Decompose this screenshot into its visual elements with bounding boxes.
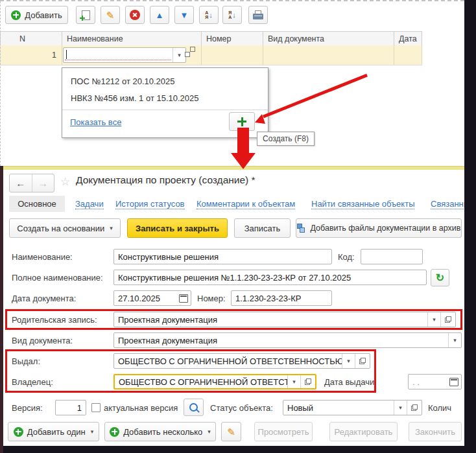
tab-comments[interactable]: Комментарии к объектам bbox=[196, 199, 295, 209]
printer-icon bbox=[253, 14, 263, 19]
chevron-down-icon: ▾ bbox=[91, 428, 94, 435]
edit-pencil-button[interactable]: ✎ bbox=[221, 422, 241, 441]
chevron-down-icon[interactable]: ▾ bbox=[394, 401, 407, 415]
sort-asc-button[interactable]: АЯ ↓ bbox=[199, 6, 219, 24]
forward-button[interactable]: → bbox=[32, 174, 54, 192]
suggestion-item[interactable]: ПОС №1212 от 20.10.2025 bbox=[62, 73, 268, 89]
print-button[interactable] bbox=[248, 6, 268, 24]
number-label: Номер: bbox=[197, 294, 226, 303]
move-down-button[interactable]: ▼ bbox=[174, 6, 194, 24]
back-button[interactable]: ← bbox=[10, 174, 32, 192]
chevron-down-icon[interactable]: ▾ bbox=[342, 354, 355, 368]
show-all-link[interactable]: Показать все bbox=[70, 117, 121, 127]
sort-desc-button[interactable]: ЯА ↓ bbox=[222, 6, 242, 24]
tab-find-related[interactable]: Найти связанные объекты bbox=[311, 199, 414, 209]
col-date: Дата bbox=[394, 32, 422, 46]
open-value-icon[interactable] bbox=[407, 401, 422, 415]
actual-version-checkbox[interactable] bbox=[91, 403, 101, 412]
cell-number bbox=[202, 45, 263, 65]
owner-combobox[interactable]: ОБЩЕСТВО С ОГРАНИЧЕННОЙ ОТВЕТСТВЕ ▾ bbox=[113, 374, 316, 389]
tab-status-history[interactable]: История статусов bbox=[115, 199, 185, 209]
favorite-star-icon[interactable]: ☆ bbox=[60, 176, 70, 187]
edit-row-button[interactable]: ✎ bbox=[101, 6, 120, 24]
add-row-label: Добавить bbox=[25, 10, 62, 20]
version-field[interactable]: 1 bbox=[55, 400, 86, 415]
frame-bottom-border bbox=[0, 446, 476, 453]
name-label: Наименование: bbox=[12, 252, 73, 262]
cell-n: 1 bbox=[1, 45, 62, 65]
code-label: Код: bbox=[338, 252, 355, 262]
open-value-icon[interactable] bbox=[441, 312, 455, 327]
screenshot-root: Добавить ✎ ▲ ▼ АЯ ↓ ЯА ↓ bbox=[0, 0, 476, 453]
version-label: Версия: bbox=[12, 403, 43, 413]
name-field[interactable]: Конструктивные решения bbox=[113, 249, 332, 264]
plus-circle-icon bbox=[14, 427, 23, 437]
status-combobox[interactable]: Новый ▾ bbox=[283, 400, 422, 415]
col-kind: Вид документа bbox=[263, 32, 394, 46]
row-name-combobox[interactable]: ▾ bbox=[63, 47, 186, 63]
calendar-icon[interactable] bbox=[447, 375, 461, 389]
section-divider bbox=[0, 166, 465, 170]
status-label: Статус объекта: bbox=[210, 403, 273, 413]
parent-label: Родительская запись: bbox=[12, 315, 97, 325]
add-one-button[interactable]: Добавить один ▾ bbox=[8, 422, 99, 441]
full-name-label: Полное наименование: bbox=[12, 273, 103, 283]
move-up-button[interactable]: ▲ bbox=[150, 6, 169, 24]
chevron-down-icon[interactable]: ▾ bbox=[173, 48, 185, 62]
sort-desc-icon: ЯА ↓ bbox=[228, 10, 236, 19]
issue-date-label: Дата выдачи: bbox=[324, 377, 377, 387]
owner-label: Владелец: bbox=[12, 377, 53, 387]
add-many-button[interactable]: Добавить несколько ▾ bbox=[104, 422, 216, 441]
issue-date-field[interactable]: . . bbox=[408, 374, 462, 389]
add-row-button[interactable]: Добавить bbox=[5, 6, 68, 24]
chevron-down-icon[interactable]: ▾ bbox=[288, 375, 300, 388]
delete-cross-icon bbox=[130, 10, 140, 20]
open-value-icon[interactable] bbox=[355, 354, 370, 368]
row-name-input[interactable] bbox=[65, 49, 171, 60]
plus-circle-icon bbox=[11, 10, 21, 20]
chevron-down-icon[interactable]: ▾ bbox=[428, 312, 440, 327]
create-tooltip: Создать (F8) bbox=[257, 132, 315, 146]
col-n: N bbox=[1, 32, 62, 46]
doc-kind-combobox[interactable]: Проектная документация ▾ bbox=[113, 332, 462, 348]
delete-row-button[interactable] bbox=[125, 6, 145, 24]
edit-button[interactable]: Редактировать bbox=[329, 422, 398, 441]
page-title: Документация по проекту (создание) * bbox=[76, 174, 256, 186]
code-field[interactable] bbox=[361, 249, 423, 264]
tab-tasks[interactable]: Задачи bbox=[75, 199, 104, 209]
copy-document-icon bbox=[82, 10, 90, 20]
refresh-icon: ↻ bbox=[436, 273, 444, 283]
chevron-down-icon[interactable]: ▾ bbox=[449, 333, 461, 347]
create-new-button[interactable] bbox=[229, 112, 255, 131]
frame-left-border-bottom bbox=[0, 166, 3, 453]
list-toolbar: Добавить ✎ ▲ ▼ АЯ ↓ ЯА ↓ bbox=[0, 0, 464, 31]
col-number: Номер bbox=[202, 32, 263, 46]
open-value-icon[interactable] bbox=[301, 375, 315, 388]
save-button[interactable]: Записать bbox=[234, 218, 291, 238]
full-name-field[interactable]: Конструктивные решения №1.1.230-23-23-КР… bbox=[113, 270, 427, 285]
plus-icon bbox=[237, 117, 246, 126]
number-field[interactable]: 1.1.230-23-23-КР bbox=[231, 290, 332, 306]
search-button[interactable] bbox=[184, 399, 204, 416]
suggestion-item[interactable]: НВК3 №456 изм. 1 от 15.10.2025 bbox=[62, 90, 268, 106]
cell-date bbox=[394, 45, 422, 65]
add-files-button[interactable]: Добавить файлы документации в архив bbox=[296, 218, 462, 238]
search-icon bbox=[189, 403, 198, 412]
view-button[interactable]: Просмотреть bbox=[254, 422, 313, 441]
refresh-full-name-button[interactable]: ↻ bbox=[431, 269, 449, 286]
tab-main[interactable]: Основное bbox=[9, 196, 65, 212]
create-based-on-button[interactable]: Создать на основании▾ bbox=[9, 218, 121, 238]
finish-button[interactable]: Закончить bbox=[409, 422, 462, 441]
doc-date-field[interactable]: 27.10.2025 bbox=[113, 290, 191, 306]
copy-row-button[interactable] bbox=[76, 6, 95, 24]
pencil-icon: ✎ bbox=[227, 427, 235, 437]
calendar-icon[interactable] bbox=[176, 291, 191, 305]
col-name: Наименование bbox=[62, 32, 202, 46]
chevron-down-icon: ▾ bbox=[110, 225, 113, 231]
arrow-up-icon: ▲ bbox=[156, 11, 164, 19]
forward-arrow-icon: → bbox=[38, 178, 48, 189]
issued-by-combobox[interactable]: ОБЩЕСТВО С ОГРАНИЧЕННОЙ ОТВЕТСТВЕННОСТЬЮ… bbox=[113, 353, 370, 369]
save-and-close-button[interactable]: Записать и закрыть bbox=[127, 218, 228, 238]
parent-combobox[interactable]: Проектная документация ▾ bbox=[113, 312, 456, 327]
quantity-label: Колич bbox=[428, 403, 464, 413]
